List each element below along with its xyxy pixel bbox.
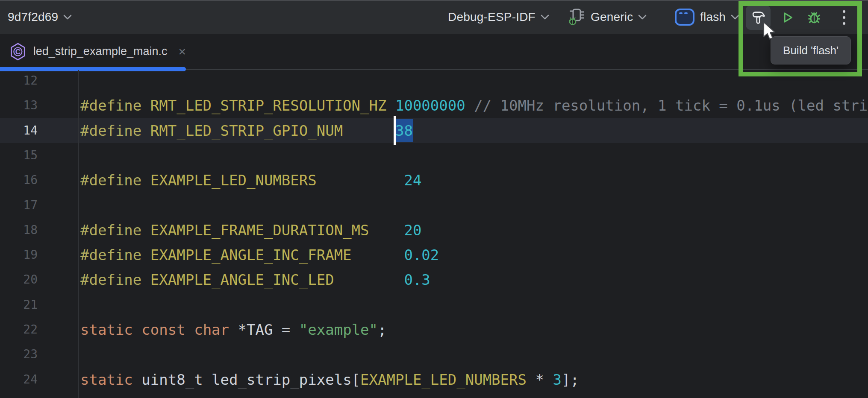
code-line-16[interactable]: 16#define EXAMPLE_LED_NUMBERS 24 bbox=[0, 168, 868, 193]
code-text: #define EXAMPLE_LED_NUMBERS 24 bbox=[80, 168, 421, 193]
debug-button[interactable] bbox=[802, 5, 827, 30]
line-number[interactable]: 24 bbox=[0, 367, 38, 392]
target-label: Generic bbox=[591, 10, 633, 24]
line-number[interactable]: 25 bbox=[0, 392, 38, 398]
ide-window: 9d7f2d69 Debug-ESP-IDF bbox=[0, 0, 868, 398]
editor-tab-bar: C led_strip_example_main.c × bbox=[0, 34, 868, 70]
chevron-down-icon bbox=[63, 15, 72, 20]
chevron-down-icon bbox=[731, 15, 739, 20]
tab-led-strip-example-main[interactable]: C led_strip_example_main.c × bbox=[0, 34, 186, 69]
chip-debug-icon bbox=[568, 7, 586, 27]
mouse-cursor bbox=[760, 21, 777, 41]
code-line-19[interactable]: 19#define EXAMPLE_ANGLE_INC_FRAME 0.02 bbox=[0, 243, 868, 267]
code-line-13[interactable]: 13#define RMT_LED_STRIP_RESOLUTION_HZ 10… bbox=[0, 93, 868, 118]
code-text: #define RMT_LED_STRIP_GPIO_NUM 38 bbox=[80, 118, 413, 143]
chevron-down-icon bbox=[541, 15, 549, 20]
code-line-14[interactable]: 14#define RMT_LED_STRIP_GPIO_NUM 38 bbox=[0, 118, 868, 143]
run-button[interactable] bbox=[775, 5, 800, 30]
code-line-18[interactable]: 18#define EXAMPLE_FRAME_DURATION_MS 20 bbox=[0, 218, 868, 243]
tab-label: led_strip_example_main.c bbox=[33, 45, 168, 58]
line-number[interactable]: 21 bbox=[0, 293, 38, 317]
code-line-17[interactable]: 17 bbox=[0, 193, 868, 218]
code-text: #define EXAMPLE_ANGLE_INC_LED 0.3 bbox=[80, 267, 430, 292]
line-number[interactable]: 13 bbox=[0, 93, 38, 118]
editor-code-area[interactable]: 1213#define RMT_LED_STRIP_RESOLUTION_HZ … bbox=[0, 70, 868, 398]
selected-text: 38 bbox=[395, 119, 413, 142]
code-text: #define EXAMPLE_FRAME_DURATION_MS 20 bbox=[80, 218, 421, 243]
line-number[interactable]: 14 bbox=[0, 118, 38, 143]
code-line-21[interactable]: 21 bbox=[0, 293, 868, 317]
run-profile-label: Debug-ESP-IDF bbox=[448, 10, 536, 24]
run-config-window-icon bbox=[674, 8, 695, 26]
code-text: static uint8_t led_strip_pixels[EXAMPLE_… bbox=[80, 367, 579, 392]
code-line-20[interactable]: 20#define EXAMPLE_ANGLE_INC_LED 0.3 bbox=[0, 267, 868, 292]
code-line-24[interactable]: 24static uint8_t led_strip_pixels[EXAMPL… bbox=[0, 367, 868, 392]
line-number[interactable]: 22 bbox=[0, 317, 38, 342]
run-config-label: flash bbox=[700, 10, 726, 24]
line-number[interactable]: 12 bbox=[0, 70, 38, 93]
play-icon bbox=[780, 10, 795, 25]
svg-text:C: C bbox=[15, 47, 21, 56]
bug-icon bbox=[806, 9, 822, 26]
tooltip-text: Build 'flash' bbox=[783, 44, 839, 57]
code-text: #define EXAMPLE_ANGLE_INC_FRAME 0.02 bbox=[80, 243, 439, 267]
line-number[interactable]: 17 bbox=[0, 193, 38, 218]
run-config-selector[interactable]: flash bbox=[674, 0, 739, 34]
code-line-15[interactable]: 15 bbox=[0, 143, 868, 168]
main-toolbar: 9d7f2d69 Debug-ESP-IDF bbox=[0, 0, 868, 34]
kebab-menu-icon bbox=[841, 9, 847, 26]
line-number[interactable]: 19 bbox=[0, 243, 38, 267]
c-file-icon: C bbox=[9, 41, 26, 62]
line-number[interactable]: 18 bbox=[0, 218, 38, 243]
chevron-down-icon bbox=[638, 15, 647, 20]
code-line-12[interactable]: 12 bbox=[0, 70, 868, 93]
run-profile-selector[interactable]: Debug-ESP-IDF bbox=[448, 0, 549, 34]
code-line-25[interactable]: 25 bbox=[0, 392, 868, 398]
active-tab-indicator bbox=[0, 67, 186, 71]
line-number[interactable]: 23 bbox=[0, 342, 38, 367]
code-text: #define RMT_LED_STRIP_RESOLUTION_HZ 1000… bbox=[80, 93, 868, 118]
code-line-22[interactable]: 22static const char *TAG = "example"; bbox=[0, 317, 868, 342]
line-number[interactable]: 16 bbox=[0, 168, 38, 193]
code-line-23[interactable]: 23 bbox=[0, 342, 868, 367]
project-name: 9d7f2d69 bbox=[8, 10, 58, 24]
code-text: static const char *TAG = "example"; bbox=[80, 317, 387, 342]
project-selector[interactable]: 9d7f2d69 bbox=[8, 0, 72, 34]
debug-target-selector[interactable]: Generic bbox=[568, 0, 647, 34]
more-actions-button[interactable] bbox=[832, 5, 856, 30]
tab-close-icon[interactable]: × bbox=[178, 45, 186, 58]
line-number[interactable]: 20 bbox=[0, 267, 38, 292]
build-tooltip: Build 'flash' bbox=[771, 36, 851, 64]
line-number[interactable]: 15 bbox=[0, 143, 38, 168]
